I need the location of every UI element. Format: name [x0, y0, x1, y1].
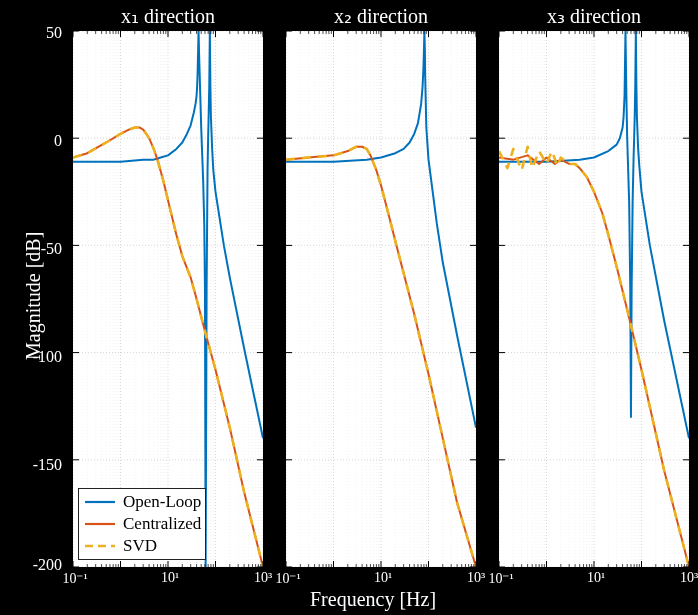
xtick-label: 10¹: [150, 570, 190, 586]
ytick-label: 50: [32, 24, 62, 42]
xtick-label: 10¹: [363, 570, 403, 586]
legend-label: Open-Loop: [123, 492, 201, 512]
xtick-label: 10⁻¹: [268, 570, 308, 587]
ytick-label: -150: [22, 456, 62, 474]
legend-item-open-loop: Open-Loop: [83, 491, 201, 513]
x-axis-label: Frequency [Hz]: [310, 588, 436, 611]
legend-label: SVD: [123, 536, 157, 556]
chart-panel-x2: [285, 30, 477, 568]
legend-swatch: [83, 535, 117, 557]
legend-item-svd: SVD: [83, 535, 201, 557]
legend-label: Centralized: [123, 514, 201, 534]
legend-item-centralized: Centralized: [83, 513, 201, 535]
panel-title: x₃ direction: [498, 4, 690, 28]
ytick-label: -100: [22, 348, 62, 366]
ytick-label: 0: [32, 132, 62, 150]
ytick-label: -50: [28, 240, 62, 258]
legend: Open-Loop Centralized SVD: [78, 488, 206, 560]
xtick-label: 10¹: [576, 570, 616, 586]
xtick-label: 10⁻¹: [481, 570, 521, 587]
legend-swatch: [83, 513, 117, 535]
xtick-label: 10³: [669, 570, 698, 586]
bode-figure: Magnitude [dB] Frequency [Hz] 50 0 -50 -…: [0, 0, 698, 615]
chart-panel-x3: [498, 30, 690, 568]
panel-title: x₁ direction: [72, 4, 264, 28]
panel-title: x₂ direction: [285, 4, 477, 28]
xtick-label: 10⁻¹: [55, 570, 95, 587]
legend-swatch: [83, 491, 117, 513]
